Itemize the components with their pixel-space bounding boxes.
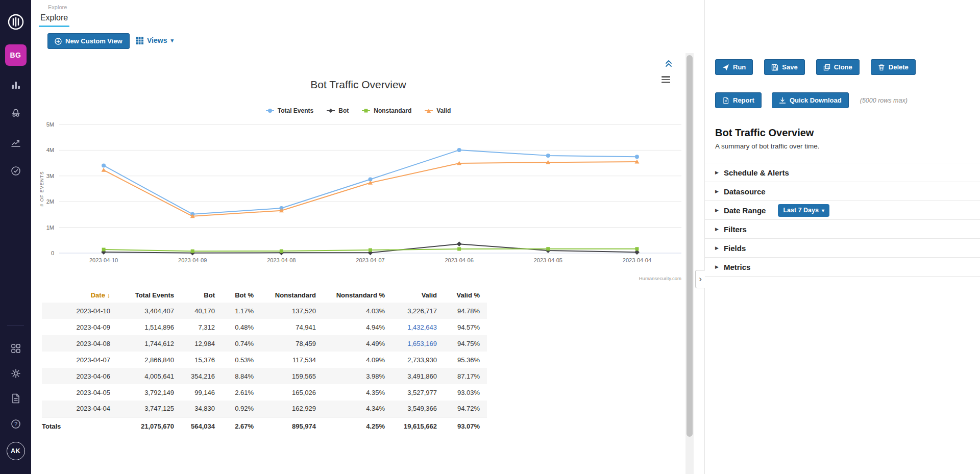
table-cell: 94.75% xyxy=(444,335,487,352)
document-icon xyxy=(10,393,21,404)
new-custom-view-label: New Custom View xyxy=(65,37,122,45)
views-grid-icon xyxy=(136,37,143,44)
svg-text:4M: 4M xyxy=(46,147,54,153)
column-header[interactable]: Nonstandard xyxy=(261,287,323,303)
svg-text:2023-04-10: 2023-04-10 xyxy=(89,257,118,263)
column-header[interactable]: Nonstandard % xyxy=(323,287,392,303)
section-metrics[interactable]: ▶Metrics xyxy=(705,258,980,277)
svg-text:2023-04-04: 2023-04-04 xyxy=(623,257,651,263)
table-cell: 3,747,125 xyxy=(117,401,181,417)
table-cell[interactable]: 1,653,169 xyxy=(392,335,444,352)
table-cell: 94.57% xyxy=(444,319,487,335)
table-header-row: Date ↓Total EventsBotBot %NonstandardNon… xyxy=(42,287,487,303)
human-logo[interactable] xyxy=(7,13,24,31)
table-cell: 4.49% xyxy=(323,335,392,352)
workspace-badge[interactable]: BG xyxy=(5,44,27,66)
column-header[interactable]: Valid % xyxy=(444,287,487,303)
chart-card: Bot Traffic Overview Total EventsBotNons… xyxy=(31,53,685,285)
monitor-check-icon xyxy=(10,165,21,177)
chevron-right-icon: ▶ xyxy=(715,208,719,213)
sidebar-item-apps[interactable] xyxy=(10,343,21,354)
sidebar-item-bot-detection[interactable] xyxy=(10,107,21,118)
sidebar-item-analytics[interactable] xyxy=(10,137,21,148)
table-cell: 93.03% xyxy=(444,384,487,401)
table-cell: 2023-04-04 xyxy=(42,401,117,417)
chart-credits[interactable]: Humansecurity.com xyxy=(639,276,681,281)
chevron-right-icon: ▶ xyxy=(715,227,719,232)
table-cell[interactable]: 1,432,643 xyxy=(392,319,444,335)
table-cell: 2023-04-05 xyxy=(42,384,117,401)
download-icon xyxy=(779,97,786,104)
table-cell: 95.36% xyxy=(444,352,487,368)
views-label: Views xyxy=(147,36,167,44)
column-header[interactable]: Total Events xyxy=(117,287,181,303)
table-cell: 4.09% xyxy=(323,352,392,368)
run-icon xyxy=(722,64,729,71)
table-cell: 3,792,149 xyxy=(117,384,181,401)
table-cell: 4.35% xyxy=(323,384,392,401)
clone-icon xyxy=(823,64,830,71)
vertical-scrollbar-thumb[interactable] xyxy=(687,55,693,437)
bot-detection-icon xyxy=(10,107,21,118)
sidebar-divider xyxy=(7,326,24,326)
new-custom-view-button[interactable]: New Custom View xyxy=(47,33,130,49)
user-avatar[interactable]: AK xyxy=(7,442,25,460)
column-header[interactable]: Bot % xyxy=(222,287,261,303)
section-fields[interactable]: ▶Fields xyxy=(705,239,980,258)
column-header[interactable]: Valid xyxy=(392,287,444,303)
column-header[interactable]: Bot xyxy=(181,287,222,303)
table-cell: 1.17% xyxy=(222,303,261,319)
section-label: Fields xyxy=(724,244,746,253)
report-button[interactable]: Report xyxy=(715,92,762,108)
delete-button[interactable]: Delete xyxy=(871,59,916,75)
section-filters[interactable]: ▶Filters xyxy=(705,220,980,239)
save-icon xyxy=(771,64,778,71)
clone-button[interactable]: Clone xyxy=(816,59,860,75)
column-header[interactable]: Date ↓ xyxy=(42,287,117,303)
run-button[interactable]: Run xyxy=(715,59,753,75)
traffic-table: Date ↓Total EventsBotBot %NonstandardNon… xyxy=(42,287,487,435)
sidebar-item-dashboard[interactable] xyxy=(10,79,21,90)
table-cell: 4,005,641 xyxy=(117,368,181,384)
table-cell: 3,226,717 xyxy=(392,303,444,319)
view-subtitle: A summary of bot traffic over time. xyxy=(715,142,820,150)
section-label: Datasource xyxy=(724,187,766,196)
table-cell: 40,170 xyxy=(181,303,222,319)
save-button[interactable]: Save xyxy=(764,59,804,75)
date-range-select[interactable]: Last 7 Days▾ xyxy=(778,204,829,217)
table-cell: 74,941 xyxy=(261,319,323,335)
table-cell: 1,744,612 xyxy=(117,335,181,352)
section-schedule-alerts[interactable]: ▶Schedule & Alerts xyxy=(705,163,980,182)
svg-text:0: 0 xyxy=(51,250,54,256)
sidebar-item-settings[interactable] xyxy=(10,368,21,379)
human-logo-icon xyxy=(7,13,24,31)
table-cell: 3.98% xyxy=(323,368,392,384)
table-cell: 3,527,977 xyxy=(392,384,444,401)
views-dropdown[interactable]: Views ▾ xyxy=(136,36,174,44)
panel-expand-button[interactable]: › xyxy=(695,270,705,288)
table-cell: 2,733,930 xyxy=(392,352,444,368)
sidebar-item-docs[interactable] xyxy=(10,393,21,404)
table-cell: 2.61% xyxy=(222,384,261,401)
table-cell: 2023-04-06 xyxy=(42,368,117,384)
table-cell: 34,830 xyxy=(181,401,222,417)
tab-explore[interactable]: Explore xyxy=(39,13,69,27)
section-datasource[interactable]: ▶Datasource xyxy=(705,182,980,201)
panel-export-actions: Report Quick Download (5000 rows max) xyxy=(715,92,908,108)
rows-max-note: (5000 rows max) xyxy=(860,97,908,104)
totals-cell: 93.07% xyxy=(444,417,487,435)
section-label: Filters xyxy=(724,225,747,234)
table-cell: 15,376 xyxy=(181,352,222,368)
bar-chart-icon xyxy=(10,79,21,90)
table-cell: 0.74% xyxy=(222,335,261,352)
table-row: 2023-04-081,744,61212,9840.74%78,4594.49… xyxy=(42,335,487,352)
section-date-range[interactable]: ▶Date RangeLast 7 Days▾ xyxy=(705,201,980,220)
plus-circle-icon xyxy=(55,38,62,45)
quick-download-button[interactable]: Quick Download xyxy=(772,92,849,108)
sidebar-item-monitoring[interactable] xyxy=(10,165,21,177)
table-cell: 1,514,896 xyxy=(117,319,181,335)
table-cell: 137,520 xyxy=(261,303,323,319)
chevron-down-icon: ▾ xyxy=(822,208,824,213)
sidebar-item-help[interactable]: ? xyxy=(10,418,21,430)
totals-cell: 4.25% xyxy=(323,417,392,435)
